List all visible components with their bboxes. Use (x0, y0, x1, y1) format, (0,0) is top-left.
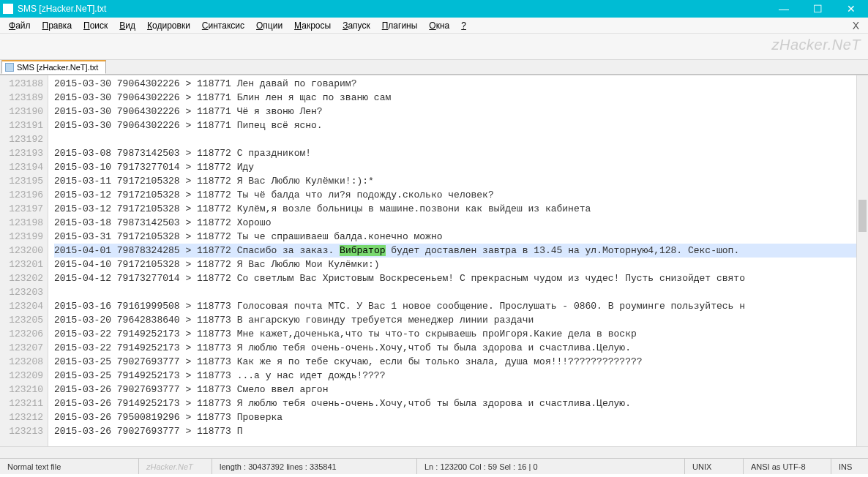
code-line[interactable]: 2015-04-12 79173277014 > 118772 Со светл… (54, 271, 856, 285)
window-title: SMS [zHacker.NeT].txt (18, 4, 767, 14)
document-icon (5, 63, 14, 72)
menu-item[interactable]: Кодировки (141, 19, 196, 32)
code-line[interactable]: 2015-03-30 79064302226 > 118771 Пипец вс… (54, 119, 856, 132)
status-position: Ln : 123200 Col : 59 Sel : 16 | 0 (417, 459, 685, 474)
menu-item[interactable]: Запуск (337, 19, 376, 32)
status-filetype: Normal text file (0, 459, 139, 474)
close-button[interactable]: ✕ (834, 0, 868, 18)
window-controls: — ☐ ✕ (767, 0, 868, 18)
menu-item[interactable]: Поиск (78, 19, 113, 32)
code-line[interactable]: 2015-03-26 79027693777 > 118773 П (54, 424, 856, 438)
vertical-scrollbar[interactable] (856, 75, 868, 446)
code-line[interactable]: 2015-03-12 79172105328 > 118772 Ты чё ба… (54, 188, 856, 202)
code-line[interactable]: 2015-03-31 79172105328 > 118772 Ты че сп… (54, 230, 856, 244)
code-line[interactable]: 2015-03-30 79064302226 > 118771 Лен дава… (54, 77, 856, 91)
code-line[interactable]: 2015-03-22 79149252173 > 118773 Я люблю … (54, 341, 856, 355)
search-highlight: Вибратор (340, 245, 385, 256)
menu-item[interactable]: Правка (37, 19, 78, 32)
menu-item[interactable]: ? (455, 19, 472, 32)
code-line[interactable]: 2015-03-25 79149252173 > 118773 ...а у н… (54, 369, 856, 383)
code-line[interactable]: 2015-03-12 79172105328 > 118772 Кулём,я … (54, 202, 856, 216)
tab-strip: SMS [zHacker.NeT].txt (0, 60, 868, 75)
code-line[interactable]: 2015-04-01 79878324285 > 118772 Спасибо … (54, 244, 856, 258)
app-icon (3, 4, 13, 14)
code-line[interactable]: 2015-03-18 79873142503 > 118772 Хорошо (54, 216, 856, 230)
line-number-gutter: 123188 123189 123190 123191 123192 12319… (0, 75, 48, 446)
scrollbar-thumb[interactable] (858, 200, 867, 232)
status-insert-mode: INS (831, 459, 868, 474)
code-line[interactable]: 2015-03-26 79149252173 > 118773 Я люблю … (54, 397, 856, 410)
horizontal-scrollbar[interactable] (0, 446, 868, 458)
tab-label: SMS [zHacker.NeT].txt (17, 63, 98, 72)
code-line[interactable]: 2015-03-20 79642838640 > 118773 В ангарс… (54, 313, 856, 327)
editor: 123188 123189 123190 123191 123192 12319… (0, 75, 868, 446)
code-line[interactable]: 2015-03-30 79064302226 > 118771 Блин лен… (54, 91, 856, 105)
tab-active[interactable]: SMS [zHacker.NeT].txt (1, 60, 106, 74)
status-eol: UNIX (685, 459, 744, 474)
code-line[interactable] (54, 132, 856, 146)
menu-item[interactable]: Опции (250, 19, 288, 32)
toolbar (0, 34, 868, 60)
code-line[interactable]: 2015-03-22 79149252173 > 118773 Мне каже… (54, 327, 856, 341)
code-line[interactable]: 2015-03-10 79173277014 > 118772 Иду (54, 160, 856, 174)
maximize-button[interactable]: ☐ (801, 0, 834, 18)
code-line[interactable]: 2015-03-11 79172105328 > 118772 Я Вас Лю… (54, 174, 856, 188)
menu-item[interactable]: Макросы (288, 19, 337, 32)
menu-item[interactable]: Окна (423, 19, 455, 32)
status-encoding: ANSI as UTF-8 (744, 459, 831, 474)
status-length: length : 30437392 lines : 335841 (212, 459, 417, 474)
status-bar: Normal text file zHacker.NeT length : 30… (0, 458, 868, 474)
status-watermark: zHacker.NeT (139, 459, 212, 474)
menu-item[interactable]: Файл (3, 19, 37, 32)
menu-bar: ФайлПравкаПоискВидКодировкиСинтаксисОпци… (0, 18, 868, 34)
title-bar: SMS [zHacker.NeT].txt — ☐ ✕ (0, 0, 868, 18)
code-line[interactable]: 2015-03-25 79027693777 > 118773 Как же я… (54, 355, 856, 369)
code-line[interactable]: 2015-03-16 79161999508 > 118773 Голосова… (54, 299, 856, 313)
code-area[interactable]: 2015-03-30 79064302226 > 118771 Лен дава… (48, 75, 856, 446)
code-line[interactable]: 2015-03-08 79873142503 > 118772 С праздн… (54, 146, 856, 160)
document-close-button[interactable]: X (853, 20, 865, 31)
minimize-button[interactable]: — (767, 0, 801, 18)
menu-item[interactable]: Плагины (376, 19, 424, 32)
menu-item[interactable]: Синтаксис (196, 19, 250, 32)
code-line[interactable]: 2015-03-26 79027693777 > 118773 Смело вв… (54, 383, 856, 397)
code-line[interactable] (54, 285, 856, 299)
code-line[interactable]: 2015-03-26 79500819296 > 118773 Проверка (54, 410, 856, 424)
code-line[interactable]: 2015-03-30 79064302226 > 118771 Чё я зво… (54, 105, 856, 119)
menu-item[interactable]: Вид (113, 19, 141, 32)
code-line[interactable]: 2015-04-10 79172105328 > 118772 Я Вас Лю… (54, 258, 856, 271)
